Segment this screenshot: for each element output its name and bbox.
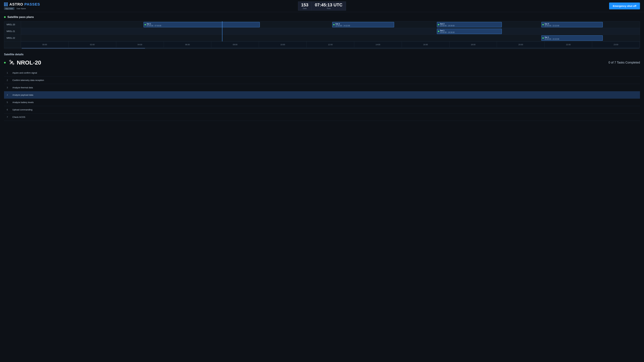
- task-row-7[interactable]: 7 Check ACOS: [4, 113, 640, 121]
- tick-2359: 23:59: [592, 41, 640, 47]
- pass-plans-title: Satellite pass plans: [4, 15, 640, 19]
- tick-1000: 10:00: [259, 41, 306, 47]
- current-time-indicator: [222, 21, 222, 41]
- task-label-5: Analyze battery levels: [12, 101, 640, 104]
- pass-dot: [144, 24, 146, 25]
- task-num-7: 7: [4, 116, 12, 118]
- grid-icon: [4, 2, 8, 6]
- gantt-row-0: Sat 1 04:44:00 - 07:00:00 Sat 2 12:00:00…: [21, 21, 640, 28]
- tick-0800: 08:00: [211, 41, 259, 47]
- satellite-details-title: Satellite details: [4, 53, 640, 56]
- gantt-chart[interactable]: NROL-20 NROL-21 NROL-22 Sat 1: [4, 21, 640, 49]
- app-header: ASTRO PASSES App state User Name 153 Dat…: [0, 0, 644, 12]
- time-value: 07:45:13 UTC: [315, 3, 342, 7]
- gantt-label-nrol22: NROL-22: [4, 35, 21, 41]
- gantt-row-labels: NROL-20 NROL-21 NROL-22: [4, 21, 21, 49]
- task-row-3[interactable]: 3 Analyze thermal data: [4, 84, 640, 91]
- satellite-status-dot: [4, 62, 6, 63]
- gantt-rows: Sat 1 04:44:00 - 07:00:00 Sat 2 12:00:00…: [21, 21, 640, 47]
- gantt-timeline: 00:00 02:00 04:00 06:00 08:00 10:00 12:0…: [21, 41, 640, 47]
- status-indicator: [4, 16, 6, 18]
- task-row-6[interactable]: 6 Upload commanding: [4, 106, 640, 113]
- scrollbar-thumb[interactable]: [22, 48, 145, 49]
- tick-0200: 02:00: [68, 41, 116, 47]
- satellite-name: NROL-20: [17, 59, 41, 66]
- time-box: 07:45:13 UTC Time: [312, 1, 346, 10]
- app-state-badge: App state: [4, 7, 14, 10]
- tick-1400: 14:00: [354, 41, 402, 47]
- pass-block-nrol21-sat1[interactable]: Sat 1 16:00:00 - 18:30:00: [437, 29, 502, 34]
- task-label-3: Analyze thermal data: [12, 86, 640, 89]
- pass-block-nrol20-sat2[interactable]: Sat 2 12:00:00 - 14:22:00: [332, 22, 394, 27]
- pass-dot: [438, 31, 439, 32]
- tasks-list: 1 Aquire and confirm signal 2 Confirm te…: [4, 69, 640, 121]
- satellite-details-section: Satellite details 🛰 NROL-20 0 of 7 Tasks…: [4, 53, 640, 121]
- tick-1800: 18:00: [450, 41, 497, 47]
- main-content: Satellite pass plans NROL-20 NROL-21 NRO…: [0, 12, 644, 124]
- task-row-2[interactable]: 2 Confirm telemetry data reception: [4, 77, 640, 84]
- satellite-name-area: 🛰 NROL-20: [4, 59, 41, 66]
- pass-block-nrol20-sat4[interactable]: Sat 4 20:00:00 - 22:22:00: [541, 22, 602, 27]
- time-label: Time: [315, 7, 342, 9]
- tick-2000: 20:00: [497, 41, 544, 47]
- pass-block-nrol20-sat1[interactable]: Sat 1 04:44:00 - 07:00:00: [144, 22, 260, 27]
- task-label-4: Analyze payload data: [12, 94, 640, 96]
- pass-dot: [542, 24, 544, 25]
- user-name-badge: User Name: [16, 7, 26, 10]
- emergency-shutoff-button[interactable]: Emergency shut off: [609, 2, 640, 9]
- date-label: Date: [301, 7, 308, 9]
- pass-block-nrol22-sat1[interactable]: Sat 1 20:00:00 - 22:22:00: [541, 35, 602, 41]
- gantt-row-1: Sat 1 16:00:00 - 18:30:00: [21, 28, 640, 35]
- tick-1600: 16:00: [402, 41, 450, 47]
- tasks-count: 0 of 7 Tasks Completed: [608, 61, 640, 64]
- gantt-label-nrol21: NROL-21: [4, 28, 21, 35]
- satellite-pass-plans-section: Satellite pass plans NROL-20 NROL-21 NRO…: [4, 15, 640, 49]
- date-box: 153 Date: [298, 1, 312, 10]
- task-row-4[interactable]: 4 Analyze payload data: [4, 91, 640, 99]
- logo-area: ASTRO PASSES App state User Name: [4, 2, 40, 10]
- pass-dot: [333, 24, 334, 25]
- task-label-2: Confirm telemetry data reception: [12, 79, 640, 81]
- task-num-6: 6: [4, 108, 12, 111]
- satellite-icon: 🛰: [9, 59, 14, 66]
- header-datetime: 153 Date 07:45:13 UTC Time: [298, 1, 346, 10]
- scrollbar-track: [22, 48, 639, 49]
- task-row-5[interactable]: 5 Analyze battery levels: [4, 99, 640, 106]
- task-num-1: 1: [4, 71, 12, 74]
- tick-0600: 06:00: [164, 41, 212, 47]
- satellite-header: 🛰 NROL-20 0 of 7 Tasks Completed: [4, 59, 640, 66]
- gantt-label-nrol20: NROL-20: [4, 21, 21, 28]
- pass-dot: [438, 24, 439, 25]
- app-title: ASTRO PASSES: [10, 2, 40, 6]
- task-label-6: Upload commanding: [12, 108, 640, 111]
- pass-dot: [542, 37, 544, 39]
- task-row-1[interactable]: 1 Aquire and confirm signal: [4, 69, 640, 77]
- pass-block-nrol20-sat3[interactable]: Sat 3 16:00:00 - 18:30:00: [437, 22, 502, 27]
- task-num-5: 5: [4, 101, 12, 104]
- tick-0000: 00:00: [21, 41, 68, 47]
- gantt-grid: NROL-20 NROL-21 NROL-22 Sat 1: [4, 21, 640, 49]
- task-label-1: Aquire and confirm signal: [12, 71, 640, 74]
- gantt-row-2: Sat 1 20:00:00 - 22:22:00: [21, 35, 640, 41]
- gantt-chart-area: Sat 1 04:44:00 - 07:00:00 Sat 2 12:00:00…: [21, 21, 640, 49]
- date-value: 153: [301, 3, 308, 7]
- task-num-3: 3: [4, 86, 12, 89]
- task-num-2: 2: [4, 79, 12, 81]
- task-num-4: 4: [4, 94, 12, 96]
- tick-2200: 22:00: [544, 41, 592, 47]
- tick-0400: 04:00: [116, 41, 164, 47]
- header-actions: Emergency shut off: [609, 2, 640, 9]
- task-label-7: Check ACOS: [12, 116, 640, 118]
- gantt-scrollbar[interactable]: [21, 47, 640, 49]
- tick-1200: 12:00: [306, 41, 354, 47]
